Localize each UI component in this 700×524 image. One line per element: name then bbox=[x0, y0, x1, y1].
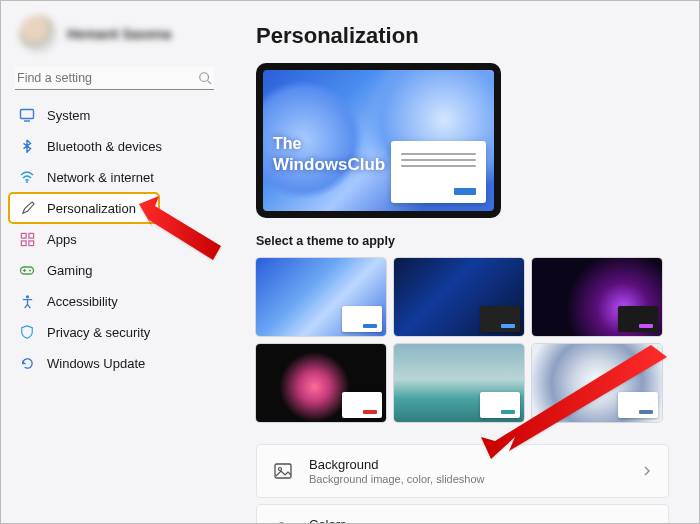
sidebar-item-privacy[interactable]: Privacy & security bbox=[9, 317, 220, 347]
wifi-icon bbox=[19, 169, 35, 185]
theme-option-dark-blue[interactable] bbox=[394, 258, 524, 336]
sidebar-item-label: Windows Update bbox=[47, 356, 145, 371]
sidebar-item-label: Personalization bbox=[47, 201, 136, 216]
sidebar-item-label: Bluetooth & devices bbox=[47, 139, 162, 154]
sidebar: Hemant Saxena System Bluetooth & devices… bbox=[1, 1, 226, 523]
bluetooth-icon bbox=[19, 138, 35, 154]
gaming-icon bbox=[19, 262, 35, 278]
svg-point-11 bbox=[25, 295, 28, 298]
shield-icon bbox=[19, 324, 35, 340]
theme-grid bbox=[256, 258, 669, 422]
apps-icon bbox=[19, 231, 35, 247]
preview-overlay-text-2: WindowsClub bbox=[273, 155, 385, 175]
sidebar-item-network[interactable]: Network & internet bbox=[9, 162, 220, 192]
setting-row-title: Background bbox=[309, 457, 626, 472]
profile-block[interactable]: Hemant Saxena bbox=[9, 9, 220, 67]
paintbrush-icon bbox=[19, 200, 35, 216]
sidebar-item-update[interactable]: Windows Update bbox=[9, 348, 220, 378]
setting-row-title: Colors bbox=[309, 517, 626, 523]
svg-point-4 bbox=[26, 181, 28, 183]
search-icon bbox=[198, 71, 212, 85]
setting-row-subtitle: Background image, color, slideshow bbox=[309, 473, 626, 485]
svg-point-13 bbox=[279, 468, 282, 471]
theme-option-swirl[interactable] bbox=[532, 344, 662, 422]
sidebar-item-bluetooth[interactable]: Bluetooth & devices bbox=[9, 131, 220, 161]
setting-row-background[interactable]: Background Background image, color, slid… bbox=[256, 444, 669, 498]
svg-rect-8 bbox=[28, 240, 33, 245]
sidebar-item-label: Network & internet bbox=[47, 170, 154, 185]
sidebar-item-personalization[interactable]: Personalization bbox=[9, 193, 159, 223]
theme-option-light-blue[interactable] bbox=[256, 258, 386, 336]
svg-rect-2 bbox=[21, 110, 34, 119]
sidebar-item-label: Privacy & security bbox=[47, 325, 150, 340]
theme-option-purple[interactable] bbox=[532, 258, 662, 336]
chevron-right-icon bbox=[642, 466, 652, 476]
theme-option-flower[interactable] bbox=[256, 344, 386, 422]
search-box[interactable] bbox=[15, 67, 214, 90]
image-icon bbox=[273, 461, 293, 481]
theme-section-label: Select a theme to apply bbox=[256, 234, 669, 248]
sidebar-item-accessibility[interactable]: Accessibility bbox=[9, 286, 220, 316]
svg-point-0 bbox=[200, 73, 209, 82]
search-input[interactable] bbox=[17, 71, 198, 85]
main-content: Personalization The WindowsClub Select a… bbox=[226, 1, 699, 523]
accessibility-icon bbox=[19, 293, 35, 309]
svg-rect-9 bbox=[21, 267, 34, 274]
svg-line-1 bbox=[208, 81, 212, 85]
svg-rect-7 bbox=[21, 240, 26, 245]
sidebar-item-label: Accessibility bbox=[47, 294, 118, 309]
sidebar-item-label: Apps bbox=[47, 232, 77, 247]
preview-mini-window bbox=[391, 141, 486, 203]
page-title: Personalization bbox=[256, 23, 669, 49]
avatar bbox=[19, 15, 57, 53]
preview-overlay-text-1: The bbox=[273, 135, 301, 153]
monitor-icon bbox=[19, 107, 35, 123]
sidebar-item-gaming[interactable]: Gaming bbox=[9, 255, 220, 285]
setting-row-colors[interactable]: Colors Accent color, transparency effect… bbox=[256, 504, 669, 523]
palette-icon bbox=[273, 521, 293, 523]
update-icon bbox=[19, 355, 35, 371]
sidebar-item-apps[interactable]: Apps bbox=[9, 224, 220, 254]
svg-rect-5 bbox=[21, 233, 26, 238]
sidebar-item-system[interactable]: System bbox=[9, 100, 220, 130]
sidebar-item-label: Gaming bbox=[47, 263, 93, 278]
svg-rect-6 bbox=[28, 233, 33, 238]
svg-rect-12 bbox=[275, 464, 291, 478]
desktop-preview-wallpaper: The WindowsClub bbox=[263, 70, 494, 211]
profile-name: Hemant Saxena bbox=[67, 26, 171, 42]
desktop-preview: The WindowsClub bbox=[256, 63, 501, 218]
theme-option-ocean[interactable] bbox=[394, 344, 524, 422]
svg-point-10 bbox=[29, 270, 31, 272]
sidebar-item-label: System bbox=[47, 108, 90, 123]
